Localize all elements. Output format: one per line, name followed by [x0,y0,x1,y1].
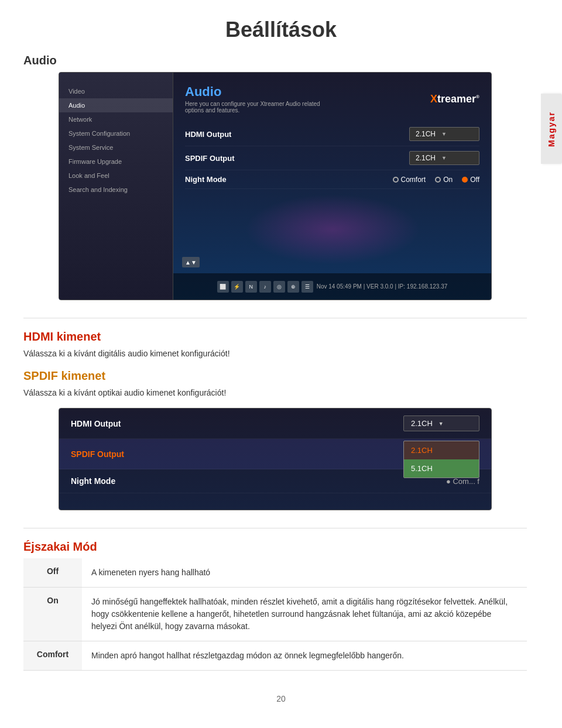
night-mode-on-label: On [23,588,82,641]
divider-1 [23,318,527,318]
sidebar-item-look-feel[interactable]: Look and Feel [59,169,173,183]
screenshot-radio-off[interactable]: Off [462,176,479,184]
screenshot-hdmi-dropdown[interactable]: 2.1CH [409,127,479,141]
table-row-off: Off A kimeneten nyers hang hallható [23,558,527,588]
hdmi-heading: HDMI kimenet [23,330,527,344]
screenshot-main-panel: Audio Here you can configure your Xtream… [173,73,491,300]
screenshot-glow [245,194,420,265]
screenshot-hdmi-row: HDMI Output 2.1CH [185,122,479,146]
audio-section-heading: Audio [23,54,527,67]
bottom-icon-5: ◎ [273,281,285,293]
screenshot2-dropdown-popup: 2.1CH 5.1CH [403,441,479,478]
screenshot-bottom-bar: ⬜ ⚡ N ♪ ◎ ⊕ ☰ Nov 14 05:49 PM | VER 3.0.… [173,273,491,300]
screenshot2-option-21ch[interactable]: 2.1CH [404,441,479,459]
screenshot-spdif-row: SPDIF Output 2.1CH [185,146,479,170]
night-mode-off-desc: A kimeneten nyers hang hallható [82,558,527,588]
screenshot-nightmode-row: Night Mode Comfort On Off [185,170,479,189]
bottom-icon-2: ⚡ [231,281,243,293]
screenshot2-spdif-label: SPDIF Output [71,449,124,459]
sidebar-item-audio[interactable]: Audio [59,98,173,112]
screenshot-spdif-label: SPDIF Output [185,154,235,163]
night-mode-on-desc: Jó minőségű hangeffektek hallhatóak, min… [82,588,527,641]
spdif-section: SPDIF kimenet Válassza ki a kívánt optik… [23,369,527,399]
table-row-on: On Jó minőségű hangeffektek hallhatóak, … [23,588,527,641]
screenshot2-option-51ch[interactable]: 5.1CH [404,459,479,478]
hdmi-section: HDMI kimenet Válassza ki a kívánt digitá… [23,330,527,360]
bottom-icon-6: ⊕ [287,281,299,293]
bottom-icon-4: ♪ [259,281,271,293]
night-mode-comfort-desc: Minden apró hangot hallhat részletgazdag… [82,641,527,671]
screenshot-hdmi-label: HDMI Output [185,130,231,139]
table-row-comfort: Comfort Minden apró hangot hallhat részl… [23,641,527,671]
screenshot-bottom-time: Nov 14 05:49 PM | VER 3.0.0 | IP: 192.16… [317,283,448,290]
screenshot-sidebar: Video Audio Network System Configuration… [59,73,173,300]
screenshot-radio-comfort-dot [393,177,399,183]
spdif-body-text: Válassza ki a kívánt optikai audio kimen… [23,387,527,399]
screenshot-panel-desc: Here you can configure your Xtreamer Aud… [185,101,320,114]
sidebar-item-search[interactable]: Search and Indexing [59,183,173,197]
screenshot-radio-comfort[interactable]: Comfort [393,176,426,184]
screenshot-nav-arrow[interactable]: ▲▼ [182,257,200,267]
bottom-icon-1: ⬜ [217,281,229,293]
sidebar-item-network[interactable]: Network [59,112,173,126]
screenshot-radio-on[interactable]: On [435,176,453,184]
divider-2 [23,528,527,528]
screenshot2: HDMI Output 2.1CH SPDIF Output 2.1CH Nig… [59,408,492,510]
screenshot-radio-off-dot [462,177,468,183]
sidebar-item-system-service[interactable]: System Service [59,140,173,154]
screenshot-logo: Xtreamer® [430,93,479,105]
screenshot-bottom-icons: ⬜ ⚡ N ♪ ◎ ⊕ ☰ [217,281,313,293]
side-tab-magyar: Magyar [541,94,562,164]
screenshot2-hdmi-row: HDMI Output 2.1CH [59,408,491,439]
sidebar-item-system-config[interactable]: System Configuration [59,126,173,140]
screenshot2-hdmi-dropdown[interactable]: 2.1CH [403,415,479,431]
night-mode-comfort-label: Comfort [23,641,82,671]
page-number: 20 [0,682,562,715]
sidebar-item-video[interactable]: Video [59,84,173,98]
bottom-icon-3: N [245,281,257,293]
screenshot-spdif-dropdown[interactable]: 2.1CH [409,151,479,165]
screenshot-panel-title: Audio [185,84,320,99]
night-mode-heading: Éjszakai Mód [23,540,527,554]
screenshot-nightmode-radios: Comfort On Off [393,176,480,184]
screenshot2-nightmode-label: Night Mode [71,476,115,486]
night-mode-section: Éjszakai Mód Off A kimeneten nyers hang … [23,540,527,671]
bottom-icon-7: ☰ [301,281,313,293]
night-mode-table: Off A kimeneten nyers hang hallható On J… [23,558,527,671]
page-title: Beállítások [0,0,562,54]
night-mode-off-label: Off [23,558,82,588]
screenshot-main: Video Audio Network System Configuration… [59,72,492,300]
hdmi-body-text: Válassza ki a kívánt digitális audio kim… [23,348,527,360]
screenshot-radio-on-dot [435,177,441,183]
sidebar-item-firmware[interactable]: Firmware Upgrade [59,154,173,169]
screenshot2-hdmi-label: HDMI Output [71,419,121,428]
screenshot-nightmode-label: Night Mode [185,175,227,184]
spdif-heading: SPDIF kimenet [23,369,527,383]
